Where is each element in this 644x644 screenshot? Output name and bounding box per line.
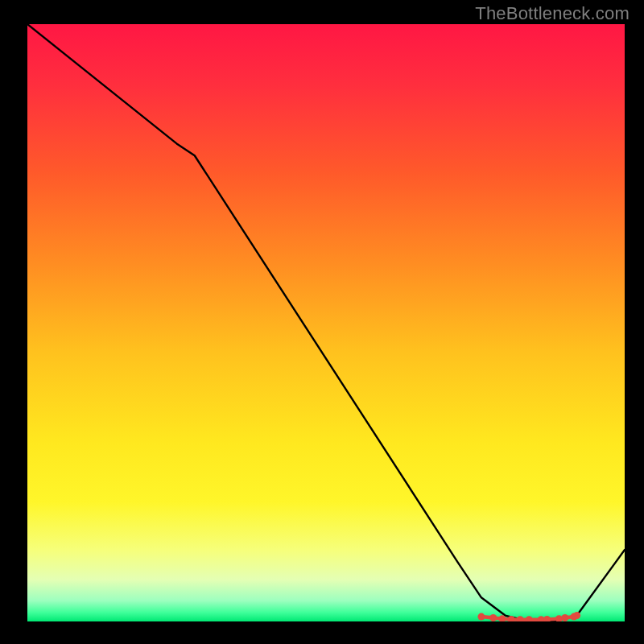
watermark-text: TheBottleneck.com [475,3,630,24]
marker-point [573,612,580,619]
chart-container: TheBottleneck.com [0,0,644,644]
chart-svg [27,24,625,621]
plot-area [27,24,625,621]
gradient-background [27,24,625,621]
